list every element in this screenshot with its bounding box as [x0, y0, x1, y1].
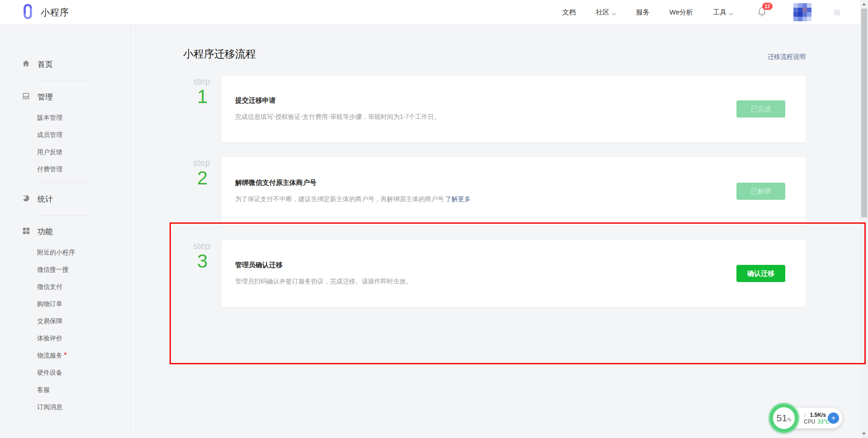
chevron-down-icon [612, 9, 616, 17]
top-header: 小程序 文档 社区 服务 We分析 工具 17 [0, 0, 868, 25]
nav-item-label: 工具 [713, 8, 726, 17]
network-speed: 1.5K/s [810, 412, 826, 418]
step-card: 提交迁移申请 完成信息填写-授权验证-支付费用-审核等步骤，审核时间为1-7个工… [222, 75, 806, 142]
new-feature-dot [64, 353, 66, 355]
vertical-scrollbar[interactable] [860, 0, 868, 438]
scrollbar-thumb[interactable] [861, 9, 867, 217]
home-icon [22, 59, 30, 70]
migration-step-3: step 3 管理员确认迁移 管理员扫码确认并签订服务协议，完成迁移。该操作即时… [183, 240, 806, 307]
step-description-text: 为了保证支付不中断，建议先绑定新主体的商户号，再解绑原主体的商户号 [235, 195, 444, 203]
sidebar-item-shopping-orders[interactable]: 购物订单 [0, 296, 130, 313]
main-content: 小程序迁移流程 迁移流程说明 step 1 提交迁移申请 完成信息填写-授权验证… [131, 25, 868, 438]
step-description: 为了保证支付不中断，建议先绑定新主体的商户号，再解绑原主体的商户号了解更多 [235, 195, 723, 204]
notification-bell-icon[interactable]: 17 [757, 6, 767, 19]
logo-text: 小程序 [41, 6, 69, 19]
step-card: 管理员确认迁移 管理员扫码确认并签订服务协议，完成迁移。该操作即时生效。 确认迁… [222, 240, 806, 307]
sidebar-item-version-manage[interactable]: 版本管理 [0, 109, 130, 127]
sidebar-sublist-manage: 版本管理 成员管理 用户反馈 付费管理 [0, 109, 130, 178]
sidebar-item-label: 首页 [38, 59, 53, 70]
nav-item-services[interactable]: 服务 [636, 8, 650, 17]
step-card: 解绑微信支付原主体商户号 为了保证支付不中断，建议先绑定新主体的商户号，再解绑原… [222, 157, 806, 226]
step-title: 管理员确认迁移 [235, 261, 723, 269]
sidebar-sublist-features: 附近的小程序 微信搜一搜 微信支付 购物订单 交易保障 体验评价 物流服务 硬件… [0, 244, 130, 416]
sidebar-item-manage[interactable]: 管理 [0, 85, 130, 108]
sidebar-divider [37, 80, 92, 81]
step-description: 完成信息填写-授权验证-支付费用-审核等步骤，审核时间为1-7个工作日。 [235, 113, 723, 122]
notification-badge: 17 [762, 3, 773, 10]
learn-more-link[interactable]: 了解更多 [445, 195, 471, 203]
step-number: 1 [197, 87, 222, 107]
migration-step-2: step 2 解绑微信支付原主体商户号 为了保证支付不中断，建议先绑定新主体的商… [183, 157, 806, 226]
step1-completed-button[interactable]: 已完成 [736, 100, 785, 118]
miniprogram-logo[interactable]: 小程序 [20, 4, 69, 21]
pie-chart-icon [22, 194, 30, 204]
nav-item-docs[interactable]: 文档 [562, 8, 576, 17]
page-title: 小程序迁移流程 [183, 47, 256, 61]
memory-percent-ball[interactable]: 51 % [769, 404, 798, 433]
sidebar-item-statistics[interactable]: 统计 [0, 188, 130, 211]
sidebar-item-member-manage[interactable]: 成员管理 [0, 127, 130, 144]
sidebar-item-transaction-guarantee[interactable]: 交易保障 [0, 313, 130, 330]
system-monitor-widget: ↑ 1.5K/s CPU 33℃ + 51 % [769, 404, 842, 433]
monitor-plus-button[interactable]: + [828, 413, 839, 424]
step-number: 3 [197, 251, 222, 271]
confirm-migration-button[interactable]: 确认迁移 [736, 265, 785, 282]
miniprogram-logo-icon [20, 4, 35, 21]
percent-sign: % [787, 417, 791, 422]
sidebar-item-label: 管理 [38, 92, 53, 102]
migration-help-link[interactable]: 迁移流程说明 [768, 53, 806, 61]
tray-icon [22, 92, 30, 102]
grid-icon [22, 226, 30, 237]
sidebar-divider [37, 183, 92, 183]
step-description: 管理员扫码确认并签订服务协议，完成迁移。该操作即时生效。 [235, 277, 723, 286]
sidebar-item-label: 功能 [38, 226, 53, 237]
sidebar-item-nearby-miniprograms[interactable]: 附近的小程序 [0, 244, 130, 261]
step-word: step [193, 76, 222, 87]
sidebar: 首页 管理 版本管理 成员管理 用户反馈 付费管理 统计 [0, 25, 131, 438]
sidebar-item-subscribe-messages[interactable]: 订阅消息 [0, 399, 130, 416]
sidebar-item-logistics-service[interactable]: 物流服务 [0, 347, 130, 364]
upload-arrow-icon: ↑ [804, 411, 807, 418]
sidebar-item-hardware-devices[interactable]: 硬件设备 [0, 364, 130, 381]
sidebar-item-customer-service[interactable]: 客服 [0, 381, 130, 399]
top-navigation: 文档 社区 服务 We分析 工具 17 [562, 3, 840, 21]
sidebar-item-home[interactable]: 首页 [0, 53, 130, 76]
step-title: 提交迁移申请 [235, 96, 723, 105]
migration-step-1: step 1 提交迁移申请 完成信息填写-授权验证-支付费用-审核等步骤，审核时… [183, 75, 806, 142]
sidebar-item-label: 物流服务 [37, 352, 62, 359]
step-number: 2 [197, 168, 222, 188]
sidebar-item-label: 统计 [38, 194, 53, 204]
sidebar-item-features[interactable]: 功能 [0, 220, 130, 243]
chevron-down-icon [729, 9, 733, 17]
scrollbar-down-arrow[interactable] [862, 433, 866, 435]
nav-item-we-analysis[interactable]: We分析 [670, 8, 693, 17]
cpu-label: CPU [804, 419, 815, 425]
step-word: step [193, 241, 222, 251]
nav-item-community[interactable]: 社区 [596, 8, 616, 17]
nav-item-label: 社区 [596, 8, 609, 17]
sidebar-item-user-feedback[interactable]: 用户反馈 [0, 144, 130, 161]
step-title: 解绑微信支付原主体商户号 [235, 179, 723, 187]
sidebar-item-payment-manage[interactable]: 付费管理 [0, 161, 130, 178]
memory-percent-value: 51 [777, 413, 787, 424]
scrollbar-up-arrow[interactable] [862, 3, 866, 5]
nav-item-label: 服务 [636, 8, 650, 17]
step-word: step [193, 158, 222, 168]
sidebar-divider [37, 215, 92, 216]
nav-item-label: 文档 [562, 8, 576, 17]
step2-unbound-button[interactable]: 已解绑 [736, 183, 785, 200]
avatar-blur-fragment [834, 9, 840, 15]
avatar[interactable] [793, 3, 811, 21]
sidebar-item-wechat-pay[interactable]: 微信支付 [0, 278, 130, 296]
nav-item-label: We分析 [670, 8, 693, 17]
nav-item-tools[interactable]: 工具 [713, 8, 733, 17]
sidebar-item-wechat-search[interactable]: 微信搜一搜 [0, 261, 130, 278]
sidebar-item-experience-rating[interactable]: 体验评价 [0, 330, 130, 347]
